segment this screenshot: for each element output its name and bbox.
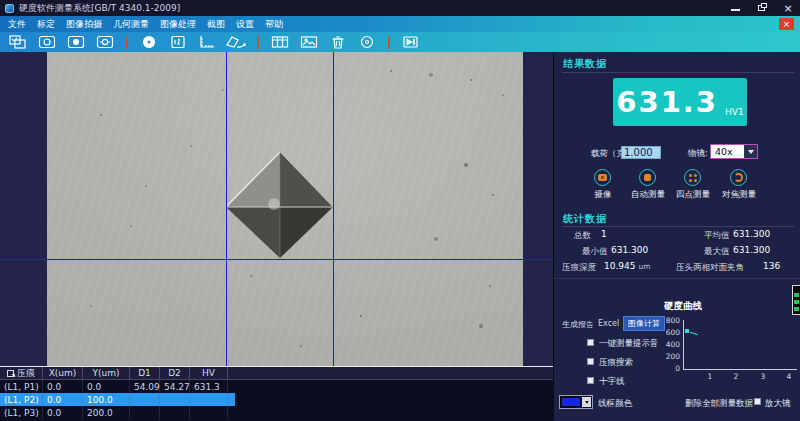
min-value: 631.300 <box>611 245 648 255</box>
table-row[interactable]: (L1, P3) 0.0 200.0 <box>0 406 553 419</box>
menu-help[interactable]: 帮助 <box>265 18 283 31</box>
results-divider <box>562 72 794 73</box>
header-y[interactable]: Y(um) <box>83 367 130 379</box>
delete-all-button[interactable]: 删除全部测量数据 <box>685 398 753 410</box>
menu-calibration[interactable]: 标定 <box>37 18 55 31</box>
average-label: 平均值 <box>704 230 730 242</box>
camera-sync-icon[interactable] <box>94 34 116 50</box>
x-tick: 1 <box>705 372 715 381</box>
app-icon <box>5 4 14 13</box>
measure-line-vertical-right[interactable] <box>333 52 334 366</box>
y-tick: 0 <box>658 364 680 373</box>
menu-image-processing[interactable]: 图像处理 <box>160 18 196 31</box>
menu-geometry-measure[interactable]: 几何测量 <box>113 18 149 31</box>
camera-button[interactable] <box>594 169 611 186</box>
max-label: 最大值 <box>704 246 730 258</box>
beep-checkbox[interactable] <box>587 339 594 346</box>
chart-data-point-tail <box>690 332 698 335</box>
image-icon[interactable] <box>298 34 320 50</box>
minimize-button[interactable] <box>730 2 742 14</box>
menu-file[interactable]: 文件 <box>8 18 26 31</box>
line-color-dropdown[interactable] <box>559 395 593 409</box>
measure-line-horizontal[interactable] <box>0 259 553 260</box>
ruler-icon[interactable] <box>196 34 218 50</box>
table-header-row: 压痕 X(um) Y(um) D1 D2 HV <box>0 367 553 380</box>
camera-icon[interactable] <box>36 34 58 50</box>
statistics-divider <box>562 226 794 227</box>
chevron-down-icon[interactable] <box>744 145 757 158</box>
magnifier-label: 放大镜 <box>765 398 791 410</box>
crosshair-checkbox[interactable] <box>587 377 594 384</box>
indent-search-checkbox[interactable] <box>587 358 594 365</box>
four-point-measure-button[interactable] <box>684 169 701 186</box>
objective-dropdown[interactable]: 40x <box>710 144 758 159</box>
record-icon[interactable] <box>138 34 160 50</box>
depth-value: 10.945 um <box>604 261 650 271</box>
toolbar-separator <box>126 36 128 49</box>
capture-settings-icon[interactable] <box>7 34 29 50</box>
focus-measure-button[interactable] <box>730 169 747 186</box>
chart-data-point <box>685 329 689 333</box>
export-icon[interactable] <box>400 34 422 50</box>
chevron-down-icon[interactable] <box>582 397 591 407</box>
statistics-section-title: 统计数据 <box>563 212 607 226</box>
indenter-angle-label: 压头两相对面夹角 <box>676 262 744 274</box>
toolbar <box>0 32 800 52</box>
table-row-selected[interactable]: (L1, P2) 0.0 100.0 <box>0 393 553 406</box>
image-speckles <box>37 42 39 44</box>
menu-bar: 文件 标定 图像拍摄 几何测量 图像处理 截图 设置 帮助 × <box>0 16 800 32</box>
header-d1[interactable]: D1 <box>130 367 160 379</box>
generate-report-button[interactable]: 生成报告 <box>562 319 594 330</box>
x-tick: 4 <box>784 372 794 381</box>
header-x[interactable]: X(um) <box>43 367 83 379</box>
hardness-unit: HV1 <box>725 107 744 117</box>
toolbar-separator <box>388 36 390 49</box>
count-label: 总数 <box>574 230 591 242</box>
header-hv[interactable]: HV <box>190 367 228 379</box>
header-d2[interactable]: D2 <box>160 367 190 379</box>
table-row[interactable]: (L1, P1) 0.0 0.0 54.09 54.27 631.3 <box>0 380 553 393</box>
beep-checkbox-label: 一键测量提示音 <box>599 338 659 350</box>
camera-shot-icon[interactable] <box>65 34 87 50</box>
app-window: 硬度软件测量系统[GB/T 4340.1-2009] × 文件 标定 图像拍摄 … <box>0 0 800 421</box>
chart-y-axis <box>683 320 684 370</box>
count-value: 1 <box>601 229 607 239</box>
excel-export-button[interactable]: Excel <box>598 319 619 328</box>
line-color-label: 线框颜色 <box>598 398 632 410</box>
disc-icon[interactable] <box>356 34 378 50</box>
magnifier-checkbox[interactable] <box>754 398 761 405</box>
y-tick: 800 <box>658 316 680 325</box>
indent-search-label: 压痕搜索 <box>599 357 633 369</box>
y-tick: 200 <box>658 352 680 361</box>
menu-screenshot[interactable]: 截图 <box>207 18 225 31</box>
header-indentation[interactable]: 压痕 <box>0 367 43 379</box>
title-bar: 硬度软件测量系统[GB/T 4340.1-2009] × <box>0 0 800 16</box>
micrograph-image[interactable] <box>47 52 523 366</box>
close-button[interactable]: × <box>782 2 794 14</box>
data-table-icon[interactable] <box>269 34 291 50</box>
average-value: 631.300 <box>733 229 770 239</box>
menu-settings[interactable]: 设置 <box>236 18 254 31</box>
indentation-column-icon <box>7 370 14 377</box>
flip-measure-icon[interactable] <box>225 34 247 50</box>
objective-value: 40x <box>711 146 744 157</box>
min-label: 最小值 <box>582 246 608 258</box>
results-section-title: 结果数据 <box>563 57 607 71</box>
image-canvas <box>0 52 553 366</box>
measure-line-vertical-left[interactable] <box>226 52 227 366</box>
trash-icon[interactable] <box>327 34 349 50</box>
maximize-button[interactable] <box>756 2 768 14</box>
load-input[interactable] <box>621 146 661 159</box>
depth-label: 压痕深度 <box>562 262 596 274</box>
vickers-indentation <box>222 148 337 262</box>
menu-image-capture[interactable]: 图像拍摄 <box>66 18 102 31</box>
menu-close-button[interactable]: × <box>779 18 794 30</box>
toolbar-separator <box>257 36 259 49</box>
auto-measure-button[interactable] <box>639 169 656 186</box>
level-indicator <box>792 285 800 315</box>
hardness-value: 631.3 <box>616 85 718 119</box>
calibration-icon[interactable] <box>167 34 189 50</box>
right-panel: 结果数据 631.3 HV1 载荷（克）: 物镜: 40x 摄像 自动测量 四点… <box>553 52 800 421</box>
max-value: 631.300 <box>733 245 770 255</box>
objective-label: 物镜: <box>688 148 708 160</box>
